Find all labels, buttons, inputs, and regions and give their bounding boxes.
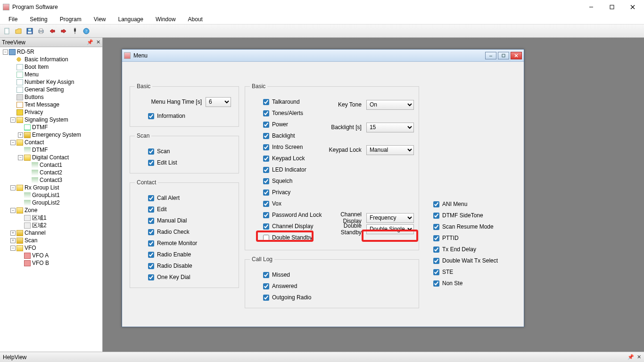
tree-item[interactable]: DTMF <box>3 146 101 154</box>
save-icon[interactable] <box>25 26 35 36</box>
menu-setting[interactable]: Setting <box>24 14 53 24</box>
tree-item[interactable]: Buttons <box>3 93 101 101</box>
tree-expander-icon[interactable]: − <box>10 117 16 123</box>
checkbox-power[interactable] <box>263 122 269 128</box>
tree-item[interactable]: +Scan <box>3 237 101 244</box>
tree-item[interactable]: Text Message <box>3 101 101 108</box>
open-icon[interactable] <box>13 26 24 36</box>
checkbox-squelch[interactable] <box>263 178 269 184</box>
checkbox-pttid[interactable] <box>433 235 439 241</box>
checkbox-manual-dial[interactable] <box>148 218 154 224</box>
checkbox-non-ste[interactable] <box>433 280 439 287</box>
tree-expander-icon[interactable]: − <box>10 208 16 213</box>
checkbox-edit[interactable] <box>148 206 154 213</box>
menu-file[interactable]: File <box>3 14 23 24</box>
tree-item[interactable]: −Rx Group List <box>3 184 101 191</box>
checkbox-backlight[interactable] <box>263 133 269 139</box>
checkbox-led-indicator[interactable] <box>263 167 269 173</box>
checkbox-scan-resume-mode[interactable] <box>433 224 439 230</box>
read-from-radio-icon[interactable] <box>47 26 58 36</box>
tree-item[interactable]: Basic Information <box>3 56 101 63</box>
tree-item[interactable]: 区域1 <box>3 214 101 222</box>
checkbox-dtmf-sidetone[interactable] <box>433 213 439 219</box>
inner-minimize-button[interactable] <box>485 52 496 59</box>
menu-language[interactable]: Language <box>113 14 149 24</box>
checkbox-ste[interactable] <box>433 269 439 275</box>
checkbox-missed[interactable] <box>263 272 269 278</box>
checkbox-vox[interactable] <box>263 201 269 207</box>
tree-item[interactable]: −Zone <box>3 206 101 214</box>
checkbox-keypad-lock[interactable] <box>263 156 269 162</box>
pin-icon[interactable]: 📌 <box>87 39 93 45</box>
tree-expander-icon[interactable]: − <box>10 246 16 251</box>
checkbox-privacy[interactable] <box>263 189 269 196</box>
tree-expander-icon[interactable]: + <box>10 238 16 243</box>
tree-item[interactable]: Contact1 <box>3 161 101 169</box>
checkbox-information[interactable] <box>148 113 154 119</box>
tree-item[interactable]: Contact2 <box>3 169 101 176</box>
tree-item[interactable]: +Emergency System <box>3 131 101 139</box>
checkbox-edit-list[interactable] <box>148 160 154 166</box>
close-button[interactable] <box>622 0 643 14</box>
checkbox-double-wait-tx-select[interactable] <box>433 258 439 264</box>
checkbox-tones-alerts[interactable] <box>263 110 269 116</box>
checkbox-one-key-dial[interactable] <box>148 274 154 280</box>
tree-item[interactable]: GroupList1 <box>3 191 101 199</box>
maximize-button[interactable] <box>602 0 622 14</box>
tree-expander-icon[interactable]: − <box>18 155 23 160</box>
write-to-radio-icon[interactable] <box>58 26 69 36</box>
tree-item[interactable]: −Contact <box>3 139 101 146</box>
menu-window-titlebar[interactable]: Menu <box>122 49 524 62</box>
tree-item[interactable]: GroupList2 <box>3 199 101 206</box>
checkbox-ani-menu[interactable] <box>433 201 439 207</box>
menu-view[interactable]: View <box>88 14 112 24</box>
helpview-close-icon[interactable]: ✕ <box>637 354 641 360</box>
tree-item[interactable]: DTMF <box>3 123 101 131</box>
new-file-icon[interactable] <box>2 26 12 36</box>
tree-item[interactable]: 区域2 <box>3 222 101 229</box>
tree-item[interactable]: −Digital Contact <box>3 154 101 161</box>
tree-item[interactable]: General Setting <box>3 86 101 93</box>
tree-item[interactable]: Number Key Assign <box>3 78 101 86</box>
menu-window[interactable]: Window <box>150 14 182 24</box>
minimize-button[interactable] <box>581 0 602 14</box>
help-icon[interactable]: ? <box>81 26 91 36</box>
checkbox-tx-end-delay[interactable] <box>433 247 439 253</box>
checkbox-call-alert[interactable] <box>148 195 154 201</box>
select-menu-hang-time[interactable]: 6 <box>206 97 231 107</box>
tree-expander-icon[interactable]: + <box>10 230 16 236</box>
checkbox-password-and-lock[interactable] <box>263 212 269 218</box>
treeview-body[interactable]: −RD-5RBasic InformationBoot ItemMenuNumb… <box>0 47 102 352</box>
tree-item[interactable]: Contact3 <box>3 176 101 184</box>
tree-item[interactable]: VFO B <box>3 259 101 267</box>
panel-close-icon[interactable]: ✕ <box>96 39 100 45</box>
tree-item[interactable]: Boot Item <box>3 63 101 71</box>
helpview-pin-icon[interactable]: 📌 <box>627 354 634 360</box>
select-channel-display[interactable]: Frequency <box>366 213 414 223</box>
tree-item[interactable]: Privacy <box>3 108 101 116</box>
tree-expander-icon[interactable]: − <box>10 140 16 145</box>
tree-item[interactable]: −VFO <box>3 244 101 252</box>
checkbox-talkaround[interactable] <box>263 99 269 105</box>
tree-expander-icon[interactable]: − <box>3 49 8 55</box>
tree-item[interactable]: −Signaling System <box>3 116 101 123</box>
inner-close-button[interactable] <box>511 52 522 59</box>
checkbox-intro-screen[interactable] <box>263 144 269 150</box>
checkbox-radio-disable[interactable] <box>148 263 154 269</box>
checkbox-radio-enable[interactable] <box>148 252 154 258</box>
tree-item[interactable]: +Channel <box>3 229 101 237</box>
inner-maximize-button[interactable] <box>498 52 509 59</box>
tree-item[interactable]: −RD-5R <box>3 48 101 56</box>
checkbox-radio-check[interactable] <box>148 229 154 235</box>
tree-expander-icon[interactable]: − <box>10 185 16 190</box>
menu-about[interactable]: About <box>182 14 208 24</box>
checkbox-scan[interactable] <box>148 148 154 155</box>
checkbox-outgoing-radio[interactable] <box>263 295 269 301</box>
tree-item[interactable]: Menu <box>3 71 101 78</box>
tree-expander-icon[interactable]: + <box>18 132 23 138</box>
checkbox-remote-monitor[interactable] <box>148 240 154 247</box>
checkbox-answered[interactable] <box>263 283 269 289</box>
menu-program[interactable]: Program <box>54 14 87 24</box>
connection-icon[interactable] <box>70 26 80 36</box>
print-icon[interactable] <box>36 26 46 36</box>
